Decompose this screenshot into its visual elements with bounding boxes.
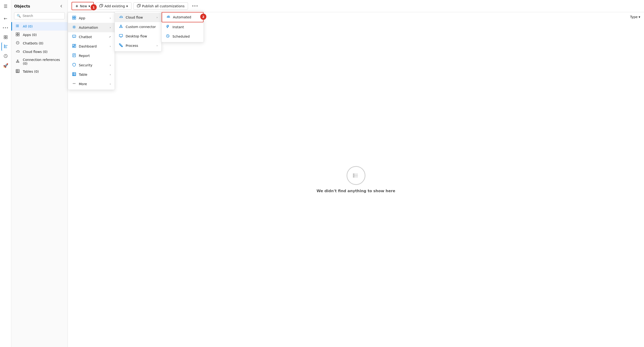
menu-item-instant-label: Instant: [172, 25, 184, 29]
svg-rect-43: [72, 18, 74, 19]
all-icon: [16, 24, 20, 29]
svg-rect-34: [137, 5, 140, 7]
sidebar-item-label: All (0): [23, 24, 33, 28]
menu-item-security[interactable]: Security ›: [68, 60, 114, 70]
svg-rect-40: [353, 176, 354, 178]
back-nav-icon[interactable]: ←: [2, 14, 10, 22]
sidebar-item-all[interactable]: All (0): [11, 22, 68, 30]
menu-level2: Cloud flow ›: [114, 12, 162, 52]
history-nav-icon[interactable]: [2, 52, 10, 60]
svg-point-80: [74, 83, 74, 84]
svg-point-21: [18, 42, 18, 43]
plus-icon: +: [75, 4, 78, 8]
process-menu-icon: [118, 43, 123, 48]
sidebar-item-label: Connection references (0): [23, 58, 64, 66]
publish-button[interactable]: Publish all customizations: [134, 2, 188, 10]
menu-item-automated[interactable]: Automated 2: [162, 12, 204, 22]
more-icon: ···: [192, 4, 198, 8]
chevron-down-icon: ▾: [88, 4, 90, 8]
apps-icon: [16, 32, 20, 37]
objects-nav-icon[interactable]: [2, 33, 10, 42]
chevron-right-icon-4: ›: [156, 44, 158, 47]
sidebar-item-tables[interactable]: Tables (0): [11, 67, 68, 76]
sidebar: Objects 🔍 All (0): [11, 0, 68, 347]
content-area: Type ▾ We didn't find anything to show h…: [68, 12, 644, 347]
type-filter[interactable]: Type ▾: [630, 15, 640, 19]
menu-item-custom-connector[interactable]: Custom connector: [115, 22, 162, 32]
menu-item-report-label: Report: [79, 54, 90, 58]
report-menu-icon: [72, 54, 76, 58]
sidebar-item-chatbots[interactable]: Chatbots (0): [11, 39, 68, 48]
chevron-down-icon-type: ▾: [638, 15, 640, 19]
menu-item-table[interactable]: Table ›: [68, 70, 114, 79]
svg-rect-44: [74, 18, 76, 19]
menu-item-cloudflow-label: Cloud flow: [126, 16, 143, 19]
app-menu-icon: [72, 16, 76, 20]
menu-item-connector-label: Custom connector: [126, 25, 156, 29]
new-button-label: New: [80, 4, 87, 8]
search-input[interactable]: [22, 14, 62, 18]
sidebar-item-label: Apps (0): [23, 33, 37, 37]
add-existing-button[interactable]: Add existing ▾: [96, 2, 132, 10]
menu-item-dashboard[interactable]: Dashboard ›: [68, 42, 114, 51]
main-area: + New ▾ 1 Add existing ▾ Publish all: [68, 0, 644, 347]
menu-item-chatbot-label: Chatbot: [79, 35, 92, 39]
menu-item-cloudflow[interactable]: Cloud flow ›: [115, 13, 162, 22]
sidebar-header: Objects: [11, 3, 68, 12]
sidebar-item-apps[interactable]: Apps (0): [11, 30, 68, 39]
hamburger-icon[interactable]: ☰: [2, 2, 10, 10]
menu-item-automation-label: Automation: [79, 26, 98, 30]
chevron-right-icon-8: ›: [110, 82, 111, 86]
menu-item-instant[interactable]: Instant: [162, 22, 204, 32]
menu-item-chatbot[interactable]: Chatbot ↗: [68, 32, 114, 42]
menu-level1: App › Automation ›: [68, 12, 115, 90]
svg-point-63: [73, 36, 74, 36]
menu-item-desktopflow-label: Desktop flow: [126, 34, 147, 38]
menu-item-security-label: Security: [79, 63, 92, 67]
sidebar-item-cloudflows[interactable]: Cloud flows (0): [11, 48, 68, 56]
menu-item-automation[interactable]: Automation › Cloud flow: [68, 23, 114, 32]
svg-point-11: [16, 25, 16, 25]
menu-item-desktop-flow[interactable]: Desktop flow: [115, 32, 162, 41]
tables-icon: [16, 69, 20, 74]
step-badge-1: 1: [90, 4, 97, 10]
svg-rect-42: [74, 16, 76, 18]
rocket-nav-icon[interactable]: 🚀: [2, 61, 10, 70]
sidebar-item-connections[interactable]: Connection references (0): [11, 56, 68, 67]
svg-point-81: [75, 83, 76, 84]
more-nav-icon[interactable]: •••: [2, 24, 10, 32]
sidebar-collapse-button[interactable]: [58, 3, 65, 10]
svg-rect-69: [72, 46, 74, 48]
svg-rect-0: [4, 36, 6, 37]
svg-point-65: [74, 36, 75, 36]
svg-rect-66: [72, 44, 74, 46]
search-icon: 🔍: [17, 14, 21, 18]
chevron-right-icon-7: ›: [110, 73, 111, 76]
menu-level3: Automated 2: [162, 11, 204, 42]
menu-item-process[interactable]: Process ›: [115, 41, 162, 50]
add-existing-label: Add existing: [104, 4, 125, 8]
connections-icon: [16, 59, 20, 64]
svg-rect-38: [353, 174, 354, 174]
menu-item-process-label: Process: [126, 44, 138, 48]
automated-menu-icon: [166, 15, 170, 20]
new-button[interactable]: + New ▾ 1: [72, 2, 94, 10]
menu-item-more[interactable]: More ›: [68, 79, 114, 89]
svg-point-79: [73, 83, 74, 84]
svg-rect-39: [353, 175, 354, 176]
svg-rect-16: [16, 34, 18, 36]
menu-item-dashboard-label: Dashboard: [79, 44, 97, 48]
svg-point-45: [74, 26, 75, 28]
connector-menu-icon: [118, 24, 123, 29]
menu-item-report[interactable]: Report: [68, 51, 114, 60]
menu-item-scheduled[interactable]: Scheduled: [162, 32, 204, 41]
more-button[interactable]: ···: [190, 2, 200, 10]
svg-rect-6: [4, 47, 5, 48]
menu-item-app[interactable]: App ›: [68, 14, 114, 23]
security-menu-icon: [72, 63, 76, 68]
sidebar-item-label: Chatbots (0): [23, 42, 43, 45]
svg-line-51: [121, 26, 122, 27]
svg-rect-55: [119, 44, 120, 44]
icon-bar: ☰ ← ••• 🚀: [0, 0, 11, 347]
solutions-nav-icon[interactable]: [2, 42, 10, 51]
